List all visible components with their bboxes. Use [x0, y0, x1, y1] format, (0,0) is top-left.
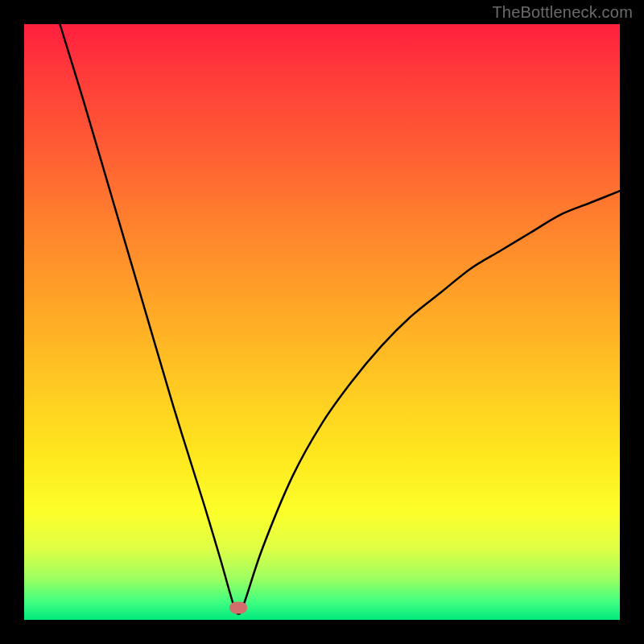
plot-area: [24, 24, 620, 620]
optimal-point-marker: [229, 602, 247, 614]
site-watermark: TheBottleneck.com: [492, 3, 633, 22]
bottleneck-curve: [24, 24, 620, 620]
